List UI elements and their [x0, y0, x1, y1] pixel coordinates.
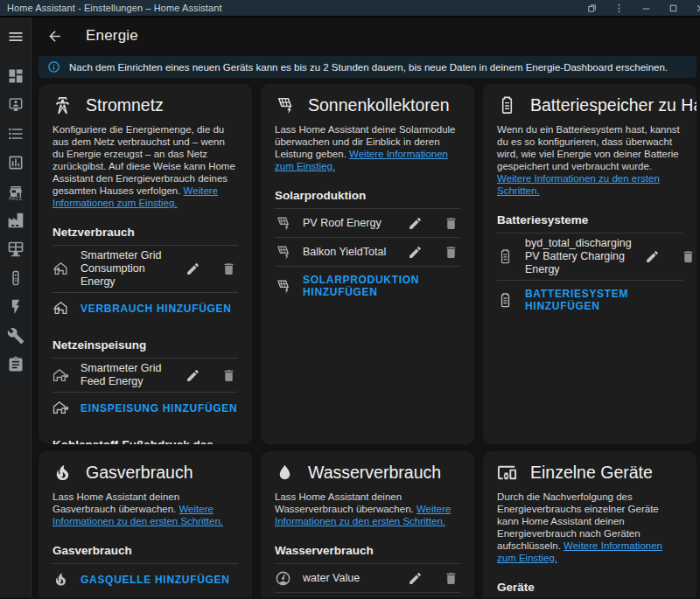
add-battery-button[interactable]: BATTERIESYSTEM HINZUFÜGEN	[497, 281, 682, 317]
sidebar: HACS	[0, 17, 32, 597]
menu-icon[interactable]	[7, 26, 24, 47]
fire-icon	[52, 571, 69, 588]
edit-icon[interactable]	[183, 260, 202, 279]
sidebar-item-hacs[interactable]: HACS	[0, 177, 32, 205]
source-label: Smartmeter Grid Feed Energy	[80, 362, 172, 388]
delete-icon[interactable]	[219, 366, 238, 385]
add-water-button[interactable]: WASSERQUELLE HINZUFÜGEN	[275, 593, 460, 597]
edit-icon[interactable]	[183, 366, 202, 385]
section-heading: Kohlenstoff-Fußabdruck des Netzes	[52, 438, 238, 444]
source-row: PV Roof Energy	[275, 209, 460, 238]
solar-power-icon	[275, 278, 291, 295]
sidebar-item-media[interactable]	[0, 90, 32, 119]
description-text: Lass Home Assistant deinen Gasverbrauch …	[52, 491, 179, 514]
sidebar-item-developer-tools[interactable]	[0, 321, 32, 350]
card-description: Lass Home Assistant deinen Gasverbrauch …	[52, 491, 238, 527]
app-window-icon[interactable]	[585, 2, 598, 14]
appbar: Energie	[32, 17, 700, 54]
description-text: Lass Home Assistant deinen Wasserverbrau…	[275, 491, 416, 514]
section-heading: Gasverbrauch	[52, 544, 238, 564]
card-battery-header: Batteriespeicher zu Hause	[497, 95, 682, 115]
description-text: Wenn du ein Batteriesystem hast, kannst …	[497, 124, 680, 171]
edit-icon[interactable]	[405, 568, 424, 588]
transmission-tower-icon	[52, 95, 73, 115]
fire-icon	[52, 463, 73, 483]
home-export-icon	[52, 400, 69, 416]
delete-icon[interactable]	[441, 242, 460, 261]
sidebar-item-solar-panel[interactable]	[0, 234, 32, 263]
card-title: Stromnetz	[86, 95, 164, 115]
card-description: Durch die Nachverfolgung des Energieverb…	[497, 491, 682, 564]
home-import-icon	[52, 300, 69, 317]
minimize-icon[interactable]	[640, 2, 652, 14]
add-label: EINSPEISUNG HINZUFÜGEN	[80, 402, 237, 414]
sidebar-item-history[interactable]	[0, 148, 32, 177]
maximize-icon[interactable]	[667, 2, 679, 14]
info-banner: Nach dem Einrichten eines neuen Geräts k…	[38, 56, 696, 78]
section-heading: Geräte	[497, 581, 682, 597]
source-label: Balkon YieldTotal	[303, 246, 394, 259]
banner-text: Nach dem Einrichten eines neuen Geräts k…	[69, 62, 668, 73]
water-drop-icon	[275, 463, 295, 483]
add-label: VERBRAUCH HINZUFÜGEN	[80, 303, 232, 315]
sidebar-item-logbook[interactable]	[0, 119, 32, 148]
source-label-line2: PV Battery Charging Energy	[525, 250, 632, 276]
window-titlebar: Home Assistant - Einstellungen – Home As…	[0, 0, 700, 17]
delete-icon[interactable]	[679, 247, 696, 267]
source-row: Smartmeter Grid Feed Energy	[52, 359, 238, 393]
source-label: byd_total_dischargingPV Battery Charging…	[525, 237, 632, 276]
gauge-icon	[275, 570, 291, 587]
kebab-menu-icon[interactable]	[612, 2, 625, 14]
battery-icon	[497, 248, 514, 265]
card-devices-header: Einzelne Geräte	[497, 463, 682, 483]
add-consumption-button[interactable]: VERBRAUCH HINZUFÜGEN	[52, 293, 238, 322]
source-label-line1: byd_total_discharging	[525, 237, 632, 250]
edit-icon[interactable]	[405, 242, 424, 261]
sidebar-item-overview[interactable]	[0, 61, 32, 90]
source-label: water Value	[303, 572, 394, 585]
card-title: Wasserverbrauch	[308, 463, 441, 483]
card-grid: Stromnetz Konfiguriere die Energiemenge,…	[38, 84, 252, 444]
add-gas-button[interactable]: GASQUELLE HINZUFÜGEN	[52, 564, 238, 593]
delete-icon[interactable]	[441, 213, 460, 233]
card-description: Konfiguriere die Energiemenge, die du au…	[52, 123, 238, 209]
edit-icon[interactable]	[405, 213, 424, 233]
card-grid-header: Stromnetz	[52, 95, 238, 115]
add-label: BATTERIESYSTEM HINZUFÜGEN	[525, 288, 682, 312]
card-description: Lass Home Assistant deinen Wasserverbrau…	[275, 491, 460, 527]
close-icon[interactable]	[694, 2, 700, 14]
edit-icon[interactable]	[643, 247, 662, 267]
sidebar-item-clipboard[interactable]	[0, 350, 32, 379]
window-title: Home Assistant - Einstellungen – Home As…	[7, 3, 222, 13]
card-title: Gasverbrauch	[86, 463, 192, 483]
page-title: Energie	[86, 27, 138, 45]
card-solar-header: Sonnenkollektoren	[275, 95, 460, 115]
card-title: Einzelne Geräte	[530, 463, 653, 483]
source-label: Smartmeter Grid Consumption Energy	[80, 249, 172, 289]
card-title: Sonnenkollektoren	[308, 95, 450, 115]
back-arrow-icon[interactable]	[44, 25, 65, 46]
card-solar: Sonnenkollektoren Lass Home Assistant de…	[261, 84, 474, 444]
hacs-label: HACS	[9, 196, 22, 201]
source-label: PV Roof Energy	[303, 217, 394, 230]
sidebar-item-remote[interactable]	[0, 263, 32, 292]
sidebar-item-factory[interactable]	[0, 205, 32, 234]
card-water-header: Wasserverbrauch	[275, 463, 460, 483]
source-row: byd_total_dischargingPV Battery Charging…	[497, 233, 682, 281]
delete-icon[interactable]	[219, 260, 238, 279]
window-controls	[585, 2, 700, 14]
card-title: Batteriespeicher zu Hause	[530, 95, 696, 115]
card-battery: Batteriespeicher zu Hause Wenn du ein Ba…	[483, 84, 696, 444]
home-assistant-window: Home Assistant - Einstellungen – Home As…	[0, 0, 700, 599]
learn-more-link[interactable]: Weitere Informationen zu den ersten Schr…	[497, 173, 660, 196]
add-solar-button[interactable]: SOLARPRODUKTION HINZUFÜGEN	[275, 267, 460, 303]
battery-icon	[497, 292, 514, 309]
section-heading: Netzverbrauch	[52, 226, 238, 246]
devices-icon	[497, 463, 517, 483]
section-heading: Solarproduktion	[275, 189, 460, 209]
delete-icon[interactable]	[441, 568, 460, 588]
sidebar-item-energy[interactable]	[0, 292, 32, 321]
section-heading: Wasserverbrauch	[275, 544, 460, 564]
solar-power-icon	[275, 215, 291, 232]
add-return-button[interactable]: EINSPEISUNG HINZUFÜGEN	[52, 393, 238, 421]
